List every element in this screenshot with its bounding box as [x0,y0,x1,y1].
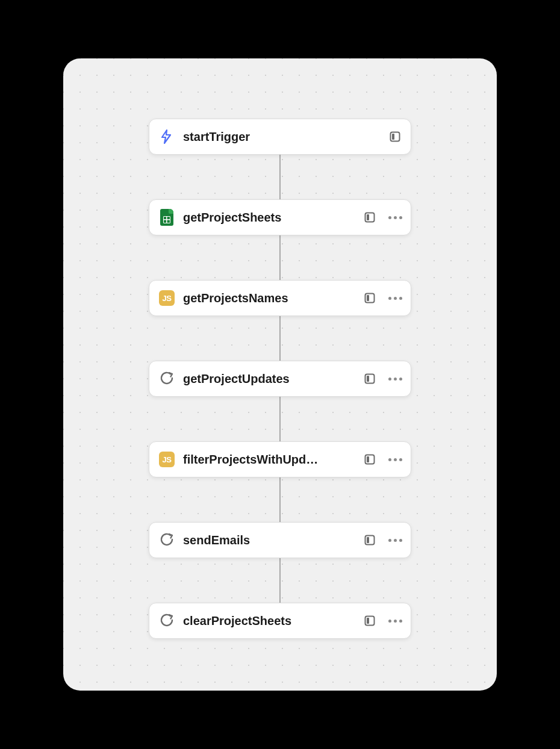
node-label: getProjectsNames [183,291,359,305]
node-actions [359,449,406,470]
more-options-button[interactable] [384,368,406,390]
node-actions [384,126,406,148]
workflow-node-getProjectsNames[interactable]: JSgetProjectsNames [149,280,411,316]
toggle-panel-button[interactable] [359,610,381,632]
lightning-icon [158,128,176,146]
more-options-button[interactable] [384,287,406,309]
sheets-icon [158,208,176,226]
toggle-panel-button[interactable] [359,449,381,470]
connector [279,235,281,280]
more-icon [388,216,402,219]
node-actions [359,207,406,228]
loop-icon [158,612,176,630]
more-options-button[interactable] [384,529,406,551]
node-label: getProjectUpdates [183,372,359,386]
node-actions [359,287,406,309]
toggle-panel-button[interactable] [359,207,381,228]
loop-icon [158,370,176,388]
node-label: startTrigger [183,130,384,144]
workflow-node-sendEmails[interactable]: sendEmails [149,522,411,558]
workflow-node-filterProjectsWithUpdates[interactable]: JSfilterProjectsWithUpd… [149,441,411,477]
connector [279,477,281,522]
connector [279,155,281,199]
more-options-button[interactable] [384,207,406,228]
node-actions [359,529,406,551]
node-label: clearProjectSheets [183,614,359,628]
toggle-panel-button[interactable] [359,368,381,390]
more-icon [388,378,402,381]
workflow-node-startTrigger[interactable]: startTrigger [149,119,411,155]
workflow-node-clearProjectSheets[interactable]: clearProjectSheets [149,603,411,639]
loop-icon [158,531,176,549]
workflow-canvas[interactable]: startTriggergetProjectSheetsJSgetProject… [63,58,497,691]
more-options-button[interactable] [384,610,406,632]
toggle-panel-button[interactable] [359,287,381,309]
more-icon [388,297,402,300]
node-label: filterProjectsWithUpd… [183,453,359,467]
more-icon [388,620,402,623]
connector [279,558,281,603]
more-icon [388,458,402,461]
node-label: sendEmails [183,533,359,547]
js-icon: JS [158,289,176,307]
node-actions [359,368,406,390]
toggle-panel-button[interactable] [384,126,406,148]
workflow-node-getProjectUpdates[interactable]: getProjectUpdates [149,361,411,397]
toggle-panel-button[interactable] [359,529,381,551]
workflow-node-getProjectSheets[interactable]: getProjectSheets [149,199,411,235]
more-options-button[interactable] [384,449,406,470]
node-actions [359,610,406,632]
connector [279,397,281,441]
node-label: getProjectSheets [183,211,359,225]
js-icon: JS [158,450,176,468]
more-icon [388,539,402,542]
connector [279,316,281,361]
